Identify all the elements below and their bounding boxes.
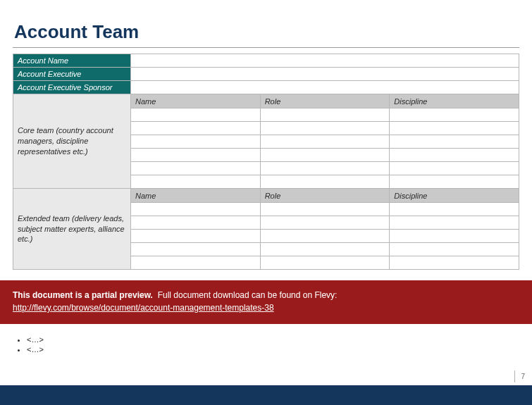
extended-team-header-row: Extended team (delivery leads, subject m… [13, 189, 519, 203]
value-account-name [131, 54, 519, 68]
footer-bar [0, 385, 532, 405]
value-account-executive [131, 68, 519, 81]
banner-link[interactable]: http://flevy.com/browse/document/account… [13, 303, 274, 313]
label-account-executive-sponsor: Account Executive Sponsor [13, 81, 131, 94]
label-core-team: Core team (country account managers, dis… [13, 94, 131, 189]
col-name-ext: Name [131, 189, 261, 203]
col-discipline-ext: Discipline [390, 189, 519, 203]
title-divider [13, 47, 519, 48]
page-number: 7 [514, 370, 525, 382]
label-account-executive: Account Executive [13, 68, 131, 81]
row-account-executive: Account Executive [13, 68, 519, 81]
account-team-table: Account Name Account Executive Account E… [13, 54, 519, 270]
col-name: Name [131, 94, 261, 108]
label-account-name: Account Name [13, 54, 131, 68]
slide: Account Team Account Name Account Execut… [0, 0, 532, 405]
col-discipline: Discipline [390, 94, 519, 108]
banner-lead: This document is a partial preview. [13, 290, 153, 300]
preview-banner: This document is a partial preview. Full… [0, 280, 532, 324]
col-role: Role [260, 94, 390, 108]
bullet-item: <…> [27, 345, 44, 354]
value-account-executive-sponsor [131, 81, 519, 94]
bullets-block: <…> <…> [16, 335, 44, 355]
label-extended-team: Extended team (delivery leads, subject m… [13, 189, 131, 270]
banner-rest: Full document download can be found on F… [158, 290, 338, 300]
col-role-ext: Role [260, 189, 390, 203]
page-title: Account Team [14, 21, 519, 43]
row-account-name: Account Name [13, 54, 519, 68]
bullet-item: <…> [27, 335, 44, 344]
row-account-executive-sponsor: Account Executive Sponsor [13, 81, 519, 94]
core-team-header-row: Core team (country account managers, dis… [13, 94, 519, 108]
